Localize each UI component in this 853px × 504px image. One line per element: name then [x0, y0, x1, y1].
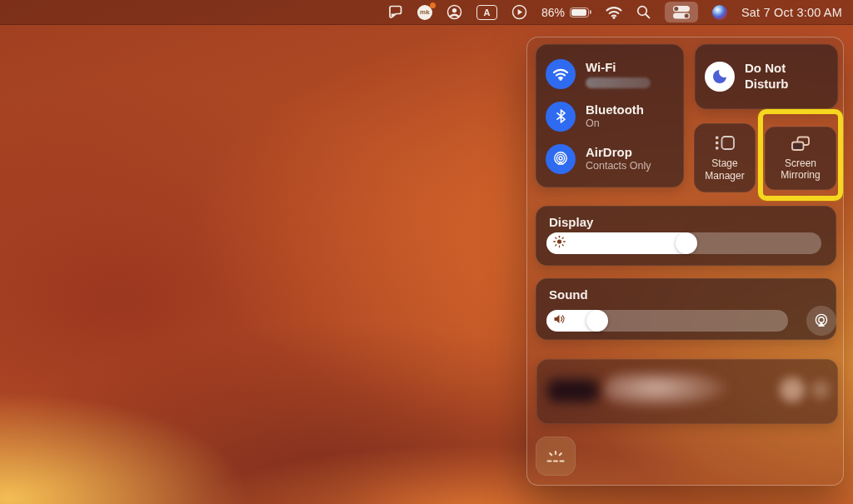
- bluetooth-label: Bluetooth: [586, 102, 644, 117]
- airdrop-icon[interactable]: [546, 144, 576, 174]
- do-not-disturb-label: Do Not Disturb: [745, 61, 806, 92]
- track-title-blurred: [605, 372, 731, 407]
- connectivity-card: Wi-Fi Bluetooth On: [536, 44, 684, 187]
- screen-mirroring-label: Screen Mirroring: [765, 157, 836, 182]
- menu-bar: mk A 86%: [0, 0, 853, 25]
- wifi-icon[interactable]: [606, 6, 622, 19]
- mk-app-icon[interactable]: mk: [417, 5, 432, 20]
- airplay-audio-icon: [813, 312, 830, 329]
- stage-manager-label: Stage Manager: [694, 157, 756, 182]
- airplay-audio-button[interactable]: [806, 306, 836, 336]
- zight-icon[interactable]: [387, 4, 403, 20]
- display-card: Display: [536, 206, 836, 266]
- control-center-panel: Wi-Fi Bluetooth On: [526, 37, 844, 486]
- sound-card: Sound: [536, 278, 836, 340]
- display-label: Display: [549, 215, 593, 229]
- search-icon[interactable]: [636, 5, 651, 19]
- mk-app-badge: [430, 2, 436, 8]
- brightness-sun-icon: [553, 236, 566, 252]
- media-player-card[interactable]: [536, 359, 838, 424]
- input-source-letter: A: [483, 7, 490, 17]
- battery-indicator[interactable]: 86%: [541, 6, 591, 19]
- wifi-row[interactable]: Wi-Fi: [546, 52, 684, 95]
- control-center-icon[interactable]: [665, 2, 698, 22]
- do-not-disturb-card[interactable]: Do Not Disturb: [695, 44, 838, 109]
- airdrop-label: AirDrop: [586, 145, 651, 160]
- wifi-network-name-redacted: [586, 77, 651, 88]
- battery-icon: [570, 7, 591, 17]
- airdrop-status: Contacts Only: [586, 160, 651, 173]
- wifi-label: Wi-Fi: [586, 60, 651, 75]
- bluetooth-row[interactable]: Bluetooth On: [546, 95, 684, 137]
- play-button-blurred[interactable]: [780, 377, 805, 402]
- stage-manager-icon: [714, 134, 736, 152]
- menu-bar-clock[interactable]: Sat 7 Oct 3:00 AM: [741, 6, 842, 19]
- volume-slider-knob[interactable]: [586, 310, 608, 332]
- bluetooth-status: On: [586, 117, 644, 131]
- speaker-icon: [553, 313, 567, 328]
- keyboard-brightness-icon: [546, 449, 566, 463]
- stage-manager-tile[interactable]: Stage Manager: [694, 123, 756, 192]
- input-source-icon[interactable]: A: [476, 5, 497, 20]
- display-brightness-slider[interactable]: [546, 232, 821, 254]
- airdrop-row[interactable]: AirDrop Contacts Only: [546, 137, 684, 180]
- brightness-slider-knob[interactable]: [676, 232, 697, 254]
- bluetooth-icon[interactable]: [546, 102, 576, 132]
- album-art-blurred: [547, 379, 599, 402]
- sound-label: Sound: [549, 287, 588, 302]
- sound-volume-slider[interactable]: [546, 310, 788, 332]
- moon-icon: [705, 62, 735, 92]
- desktop: mk A 86%: [0, 0, 853, 504]
- screen-mirroring-icon: [791, 136, 811, 152]
- battery-percent-label: 86%: [541, 6, 565, 19]
- playback-icon[interactable]: [511, 4, 527, 20]
- keyboard-brightness-button[interactable]: [536, 437, 576, 476]
- next-button-blurred[interactable]: [811, 381, 830, 399]
- siri-icon[interactable]: [712, 5, 727, 20]
- screen-mirroring-tile[interactable]: Screen Mirroring: [765, 127, 836, 190]
- wifi-icon[interactable]: [546, 59, 576, 89]
- user-account-icon[interactable]: [446, 4, 462, 20]
